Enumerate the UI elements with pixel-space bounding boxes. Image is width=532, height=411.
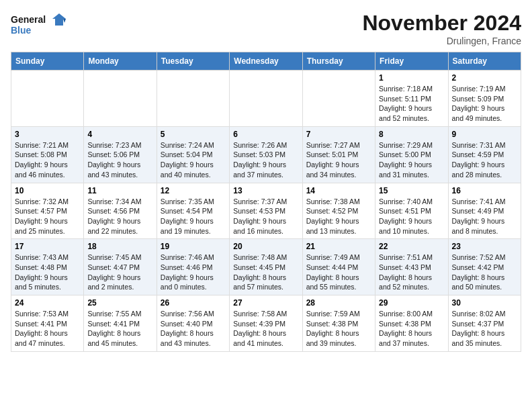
day-info: Sunrise: 7:21 AM Sunset: 5:08 PM Dayligh… [15,140,80,180]
day-info: Sunrise: 7:24 AM Sunset: 5:04 PM Dayligh… [161,140,226,180]
day-info: Sunrise: 7:49 AM Sunset: 4:44 PM Dayligh… [306,253,371,292]
calendar-cell: 26Sunrise: 7:56 AM Sunset: 4:40 PM Dayli… [157,295,229,352]
calendar-cell [157,71,229,127]
col-header-friday: Friday [375,52,448,71]
day-number: 15 [379,186,444,195]
day-number: 7 [306,130,371,139]
day-number: 30 [452,298,517,308]
day-number: 5 [161,130,226,139]
calendar-cell: 28Sunrise: 7:59 AM Sunset: 4:38 PM Dayli… [302,295,375,352]
day-info: Sunrise: 7:45 AM Sunset: 4:47 PM Dayligh… [87,253,152,292]
day-info: Sunrise: 7:59 AM Sunset: 4:38 PM Dayligh… [306,309,371,349]
header: General Blue November 2024 Drulingen, Fr… [11,11,521,46]
day-info: Sunrise: 7:19 AM Sunset: 5:09 PM Dayligh… [452,84,517,124]
calendar-cell: 12Sunrise: 7:35 AM Sunset: 4:54 PM Dayli… [157,183,229,239]
day-info: Sunrise: 7:38 AM Sunset: 4:52 PM Dayligh… [306,197,371,236]
day-number: 6 [233,130,298,139]
title-area: November 2024 Drulingen, France [362,11,521,46]
calendar-cell [302,71,375,127]
day-info: Sunrise: 7:46 AM Sunset: 4:46 PM Dayligh… [161,253,226,292]
day-number: 2 [452,73,517,83]
svg-marker-3 [63,19,66,23]
day-number: 27 [233,298,298,308]
logo-svg: General Blue [11,11,71,40]
day-number: 10 [15,186,80,195]
day-info: Sunrise: 7:29 AM Sunset: 5:00 PM Dayligh… [379,140,444,180]
day-info: Sunrise: 7:43 AM Sunset: 4:48 PM Dayligh… [15,253,80,292]
month-title: November 2024 [362,11,521,36]
day-number: 1 [379,73,444,83]
day-number: 16 [452,186,517,195]
day-number: 3 [15,130,80,139]
day-info: Sunrise: 7:51 AM Sunset: 4:43 PM Dayligh… [379,253,444,292]
day-number: 24 [15,298,80,308]
day-number: 23 [452,242,517,251]
calendar-cell: 27Sunrise: 7:58 AM Sunset: 4:39 PM Dayli… [230,295,302,352]
day-info: Sunrise: 7:55 AM Sunset: 4:41 PM Dayligh… [87,309,152,349]
day-info: Sunrise: 7:37 AM Sunset: 4:53 PM Dayligh… [233,197,298,236]
day-info: Sunrise: 7:27 AM Sunset: 5:01 PM Dayligh… [306,140,371,180]
day-info: Sunrise: 7:53 AM Sunset: 4:41 PM Dayligh… [15,309,80,349]
calendar-cell: 3Sunrise: 7:21 AM Sunset: 5:08 PM Daylig… [11,126,84,183]
calendar-cell: 22Sunrise: 7:51 AM Sunset: 4:43 PM Dayli… [375,239,448,295]
day-info: Sunrise: 7:40 AM Sunset: 4:51 PM Dayligh… [379,197,444,236]
calendar-cell: 8Sunrise: 7:29 AM Sunset: 5:00 PM Daylig… [375,126,448,183]
day-info: Sunrise: 7:32 AM Sunset: 4:57 PM Dayligh… [15,197,80,236]
day-info: Sunrise: 7:18 AM Sunset: 5:11 PM Dayligh… [379,84,444,124]
calendar-cell: 21Sunrise: 7:49 AM Sunset: 4:44 PM Dayli… [302,239,375,295]
calendar-cell: 9Sunrise: 7:31 AM Sunset: 4:59 PM Daylig… [448,126,521,183]
day-number: 14 [306,186,371,195]
week-row-1: 1Sunrise: 7:18 AM Sunset: 5:11 PM Daylig… [11,71,521,127]
day-info: Sunrise: 7:31 AM Sunset: 4:59 PM Dayligh… [452,140,517,180]
calendar-cell: 15Sunrise: 7:40 AM Sunset: 4:51 PM Dayli… [375,183,448,239]
calendar-cell [230,71,302,127]
location: Drulingen, France [362,36,521,46]
day-number: 25 [87,298,152,308]
calendar-cell: 7Sunrise: 7:27 AM Sunset: 5:01 PM Daylig… [302,126,375,183]
calendar-cell: 29Sunrise: 8:00 AM Sunset: 4:38 PM Dayli… [375,295,448,352]
col-header-sunday: Sunday [11,52,84,71]
calendar-cell: 17Sunrise: 7:43 AM Sunset: 4:48 PM Dayli… [11,239,84,295]
day-number: 29 [379,298,444,308]
calendar-cell [84,71,157,127]
day-info: Sunrise: 7:34 AM Sunset: 4:56 PM Dayligh… [87,197,152,236]
day-number: 26 [161,298,226,308]
day-number: 21 [306,242,371,251]
day-number: 12 [161,186,226,195]
day-number: 18 [87,242,152,251]
day-number: 22 [379,242,444,251]
calendar-cell: 2Sunrise: 7:19 AM Sunset: 5:09 PM Daylig… [448,71,521,127]
day-number: 13 [233,186,298,195]
calendar-cell [11,71,84,127]
day-number: 9 [452,130,517,139]
calendar-cell: 19Sunrise: 7:46 AM Sunset: 4:46 PM Dayli… [157,239,229,295]
week-row-4: 17Sunrise: 7:43 AM Sunset: 4:48 PM Dayli… [11,239,521,295]
col-header-tuesday: Tuesday [157,52,229,71]
day-info: Sunrise: 7:52 AM Sunset: 4:42 PM Dayligh… [452,253,517,292]
day-info: Sunrise: 7:41 AM Sunset: 4:49 PM Dayligh… [452,197,517,236]
day-number: 28 [306,298,371,308]
day-number: 17 [15,242,80,251]
day-number: 19 [161,242,226,251]
day-info: Sunrise: 7:58 AM Sunset: 4:39 PM Dayligh… [233,309,298,349]
svg-text:General: General [11,14,46,25]
calendar-cell: 5Sunrise: 7:24 AM Sunset: 5:04 PM Daylig… [157,126,229,183]
day-info: Sunrise: 7:26 AM Sunset: 5:03 PM Dayligh… [233,140,298,180]
calendar-cell: 23Sunrise: 7:52 AM Sunset: 4:42 PM Dayli… [448,239,521,295]
calendar-cell: 10Sunrise: 7:32 AM Sunset: 4:57 PM Dayli… [11,183,84,239]
logo: General Blue [11,11,71,40]
calendar-cell: 30Sunrise: 8:02 AM Sunset: 4:37 PM Dayli… [448,295,521,352]
calendar: SundayMondayTuesdayWednesdayThursdayFrid… [11,52,521,352]
day-number: 20 [233,242,298,251]
col-header-thursday: Thursday [302,52,375,71]
calendar-cell: 13Sunrise: 7:37 AM Sunset: 4:53 PM Dayli… [230,183,302,239]
day-info: Sunrise: 7:48 AM Sunset: 4:45 PM Dayligh… [233,253,298,292]
day-info: Sunrise: 8:02 AM Sunset: 4:37 PM Dayligh… [452,309,517,349]
day-number: 8 [379,130,444,139]
calendar-cell: 25Sunrise: 7:55 AM Sunset: 4:41 PM Dayli… [84,295,157,352]
week-row-5: 24Sunrise: 7:53 AM Sunset: 4:41 PM Dayli… [11,295,521,352]
calendar-cell: 24Sunrise: 7:53 AM Sunset: 4:41 PM Dayli… [11,295,84,352]
day-number: 4 [87,130,152,139]
col-header-wednesday: Wednesday [230,52,302,71]
calendar-cell: 20Sunrise: 7:48 AM Sunset: 4:45 PM Dayli… [230,239,302,295]
